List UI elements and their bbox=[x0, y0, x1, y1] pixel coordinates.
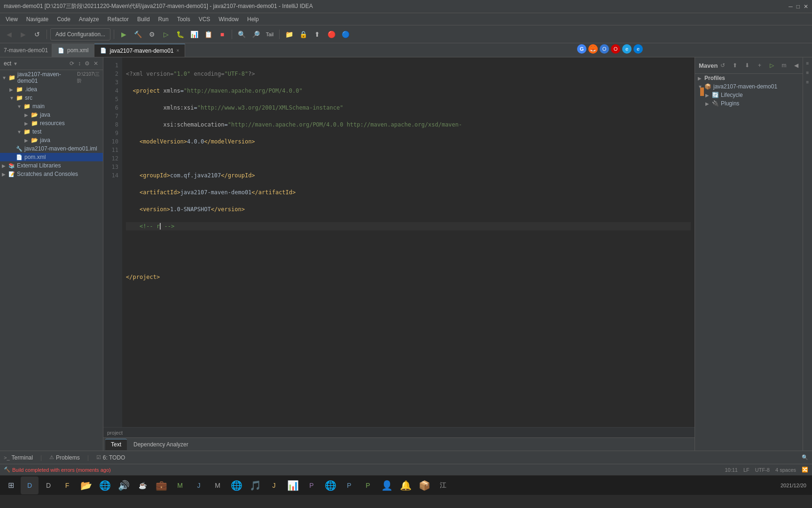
stop-btn[interactable]: ■ bbox=[216, 28, 228, 40]
taskbar-item-user[interactable]: 👤 bbox=[378, 476, 396, 494]
taskbar-item-globe[interactable]: 🌐 bbox=[96, 476, 114, 494]
maven-profiles[interactable]: ▶ Profiles bbox=[695, 74, 803, 82]
taskbar-item-chart[interactable]: 📊 bbox=[284, 476, 302, 494]
active-file-tab[interactable]: 📄 java2107-maven-demo01 × bbox=[94, 44, 185, 57]
menu-view[interactable]: View bbox=[2, 15, 22, 24]
taskbar-item-java[interactable]: ☕ bbox=[133, 476, 151, 494]
panel-terminal[interactable]: >_ Terminal bbox=[4, 454, 33, 461]
run-btn[interactable]: ▷ bbox=[160, 28, 172, 40]
taskbar-item-cn[interactable]: 江 bbox=[434, 476, 452, 494]
edge-icon[interactable]: e bbox=[633, 44, 643, 54]
taskbar-item-m[interactable]: M bbox=[171, 476, 189, 494]
taskbar-item-music2[interactable]: 🎵 bbox=[246, 476, 264, 494]
close-sidebar-icon[interactable]: ✕ bbox=[93, 59, 99, 68]
back-btn[interactable]: ◀ bbox=[3, 28, 15, 40]
taskbar-item-j2[interactable]: J bbox=[265, 476, 283, 494]
search-btn[interactable]: 🔍 bbox=[235, 28, 248, 40]
tree-item-test[interactable]: ▼ 📁 test bbox=[0, 127, 103, 136]
taskbar-item-folder[interactable]: 📂 bbox=[77, 476, 95, 494]
status-position[interactable]: 10:11 bbox=[725, 467, 738, 473]
ie-icon[interactable]: e bbox=[622, 44, 632, 54]
tree-item-scratches[interactable]: ▶ 📝 Scratches and Consoles bbox=[0, 170, 103, 178]
maven-play-btn[interactable]: ▷ bbox=[766, 60, 777, 71]
taskbar-item-j[interactable]: J bbox=[190, 476, 208, 494]
tree-item-iml[interactable]: ▶ 🔧 java2107-maven-demo01.iml bbox=[0, 144, 103, 153]
status-encoding[interactable]: UTF-8 bbox=[755, 467, 770, 473]
tree-item-test-java[interactable]: ▶ 📂 java bbox=[0, 136, 103, 144]
maven-left-btn[interactable]: ◀ bbox=[791, 60, 801, 71]
maven-plugins[interactable]: ▶ 🔌 Plugins bbox=[695, 99, 803, 108]
taskbar-item-web[interactable]: 🌐 bbox=[321, 476, 339, 494]
maven-m-btn[interactable]: m bbox=[779, 60, 789, 71]
settings-icon[interactable]: ⚙ bbox=[84, 59, 91, 68]
taskbar-item-m2[interactable]: M bbox=[209, 476, 226, 494]
panel-problems[interactable]: ⚠ Problems bbox=[49, 454, 80, 461]
search-results-icon[interactable]: 🔍 bbox=[802, 454, 808, 460]
debug-btn[interactable]: 🐛 bbox=[174, 28, 186, 40]
coverage-btn[interactable]: 📋 bbox=[202, 28, 214, 40]
sync-icon[interactable]: ⟳ bbox=[69, 59, 75, 68]
taskbar-item-p[interactable]: P bbox=[303, 476, 320, 494]
menu-run[interactable]: Run bbox=[155, 15, 172, 24]
tree-item-resources[interactable]: ▶ 📁 resources bbox=[0, 119, 103, 127]
tree-item-java[interactable]: ▶ 📂 java bbox=[0, 111, 103, 119]
menu-build[interactable]: Build bbox=[133, 15, 154, 24]
taskbar-item-bag[interactable]: 💼 bbox=[152, 476, 170, 494]
maven-add-btn[interactable]: + bbox=[754, 60, 765, 71]
maven-refresh-btn[interactable]: ↺ bbox=[718, 60, 728, 71]
status-line-ending[interactable]: LF bbox=[743, 467, 750, 473]
menu-help[interactable]: Help bbox=[243, 15, 263, 24]
forward-btn[interactable]: ▶ bbox=[17, 28, 29, 40]
build-project-btn[interactable]: 🔨 bbox=[132, 28, 144, 40]
maven-collapse-btn[interactable]: ⬆ bbox=[730, 60, 740, 71]
refresh-btn[interactable]: ↺ bbox=[31, 28, 43, 40]
taskbar-item-p3[interactable]: P bbox=[359, 476, 377, 494]
tab-close-icon[interactable]: × bbox=[177, 48, 180, 53]
panel-todo[interactable]: ☑ 6: TODO bbox=[96, 454, 125, 461]
project-tab[interactable]: 7-maven-demo01 bbox=[0, 44, 52, 57]
tree-item-project[interactable]: ▼ 📁 java2107-maven-demo01 D:\2107\三阶 bbox=[0, 70, 103, 85]
vcs3-btn[interactable]: ⬆ bbox=[311, 28, 323, 40]
side-tool-1[interactable]: ≡ bbox=[804, 59, 812, 67]
build-btn[interactable]: ▶ bbox=[117, 28, 130, 40]
code-editor[interactable]: 1 2 3 4 5 6 7 8 9 10 11 12 13 14 <?xml v… bbox=[103, 57, 695, 427]
tree-item-src[interactable]: ▼ 📁 src bbox=[0, 94, 103, 102]
minimize-btn[interactable]: ─ bbox=[789, 3, 793, 10]
taskbar-item-pkg[interactable]: 📦 bbox=[415, 476, 433, 494]
expand-icon[interactable]: ↕ bbox=[77, 59, 82, 68]
chrome-icon[interactable]: G bbox=[577, 44, 586, 54]
tree-item-external-libs[interactable]: ▶ 📚 External Libraries bbox=[0, 161, 103, 170]
menu-analyze[interactable]: Analyze bbox=[75, 15, 103, 24]
firefox-icon[interactable]: 🦊 bbox=[588, 44, 598, 54]
menu-tools[interactable]: Tools bbox=[173, 15, 194, 24]
menu-window[interactable]: Window bbox=[215, 15, 242, 24]
close-btn[interactable]: ✕ bbox=[804, 3, 808, 10]
tab-dependency-analyzer[interactable]: Dependency Analyzer bbox=[128, 439, 194, 450]
maven-project[interactable]: ▼ 📦 java2107-maven-demo01 bbox=[695, 82, 803, 91]
vcs5-btn[interactable]: 🔵 bbox=[339, 28, 351, 40]
tree-item-idea[interactable]: ▶ 📁 .idea bbox=[0, 85, 103, 94]
vcs4-btn[interactable]: 🔴 bbox=[325, 28, 337, 40]
menu-code[interactable]: Code bbox=[53, 15, 74, 24]
code-content[interactable]: <?xml version="1.0" encoding="UTF-8"?> <… bbox=[122, 57, 695, 427]
tree-item-pom[interactable]: ▶ 📄 pom.xml bbox=[0, 153, 103, 161]
tail-btn[interactable]: Tail bbox=[264, 28, 276, 40]
taskbar-item-browser[interactable]: 🌐 bbox=[227, 476, 245, 494]
status-indent[interactable]: 4 spaces bbox=[775, 467, 796, 473]
add-config-button[interactable]: Add Configuration... bbox=[50, 28, 110, 40]
side-tool-2[interactable]: ≡ bbox=[804, 69, 812, 76]
maximize-btn[interactable]: □ bbox=[796, 3, 800, 10]
profile-btn[interactable]: 📊 bbox=[188, 28, 200, 40]
taskbar-item-music[interactable]: 🔊 bbox=[115, 476, 133, 494]
search-everywhere-btn[interactable]: 🔎 bbox=[250, 28, 262, 40]
tab-text[interactable]: Text bbox=[105, 439, 127, 450]
taskbar-win-icon[interactable]: ⊞ bbox=[2, 476, 20, 494]
maven-lifecycle[interactable]: ▶ 🔄 Lifecycle bbox=[695, 91, 803, 99]
rebuild-btn[interactable]: ⚙ bbox=[146, 28, 158, 40]
pom-tab[interactable]: 📄 pom.xml bbox=[52, 44, 94, 57]
vcs-btn[interactable]: 📁 bbox=[283, 28, 295, 40]
taskbar-item-d1[interactable]: D bbox=[21, 476, 39, 494]
opera2-icon[interactable]: O bbox=[611, 44, 620, 54]
taskbar-item-bell[interactable]: 🔔 bbox=[397, 476, 414, 494]
maven-download-btn[interactable]: ⬇ bbox=[742, 60, 752, 71]
